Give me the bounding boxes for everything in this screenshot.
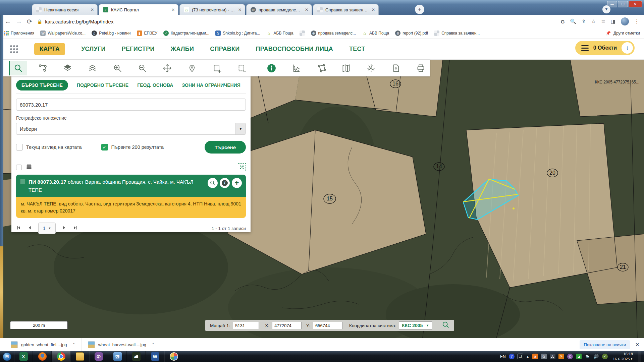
bookmark-item[interactable]: ✓ Кадастрално-адми... xyxy=(163,31,209,36)
location-pin-icon[interactable] xyxy=(183,61,201,75)
layers-stack-icon[interactable] xyxy=(84,61,102,75)
search-button[interactable]: Търсене xyxy=(205,141,246,154)
share-icon[interactable]: ⇪ xyxy=(582,18,586,24)
window-maximize-button[interactable]: ❐ xyxy=(618,1,628,7)
bookmark-item[interactable]: ⌂ АБВ Поща xyxy=(266,31,293,36)
bookmark-item[interactable]: S Shkolo.bg : Дигита... xyxy=(215,31,260,36)
bookmark-item[interactable]: ⊕ report (92).pdf xyxy=(395,31,428,36)
nav-spravki[interactable]: СПРАВКИ xyxy=(210,46,239,53)
viber-tray-icon[interactable]: ✆ xyxy=(567,354,573,359)
language-indicator[interactable]: EN xyxy=(500,354,506,359)
result-info-icon[interactable]: i xyxy=(220,178,230,188)
help-icon[interactable]: ? xyxy=(509,354,515,359)
screens-icon[interactable]: ⧉ xyxy=(541,354,547,359)
satellite-dish-icon[interactable]: 📡 xyxy=(585,354,590,359)
export-page-icon[interactable] xyxy=(387,61,405,75)
coordinates-search-icon[interactable] xyxy=(442,321,449,330)
taskbar-clock[interactable]: 16:18 16.6.2025 г. xyxy=(613,352,633,361)
search-tool-icon[interactable] xyxy=(9,61,27,75)
zoom-in-icon[interactable] xyxy=(108,61,126,75)
nav-karta[interactable]: КАРТА xyxy=(34,43,65,55)
tab-close-icon[interactable]: ✕ xyxy=(238,7,241,12)
bookmark-star-icon[interactable]: ☆ xyxy=(591,18,596,24)
taskbar-chrome[interactable] xyxy=(52,351,70,362)
reload-button[interactable]: ⟳ xyxy=(27,18,32,25)
shield-icon[interactable]: ✔ xyxy=(602,354,608,359)
zoom-out-icon[interactable] xyxy=(133,61,151,75)
map-fold-icon[interactable] xyxy=(337,61,355,75)
window-close-button[interactable]: ✕ xyxy=(629,1,642,7)
tray-expand-chevron-icon[interactable]: ▲ xyxy=(526,355,529,358)
nav-test[interactable]: ТЕСТ xyxy=(349,46,365,53)
bookmark-item[interactable]: ▮ ЕПЗЕУ xyxy=(137,31,158,36)
download-item[interactable]: wheat_harvest-wall....jpg ⌃ xyxy=(82,338,161,351)
bookmark-apps[interactable]: Приложения xyxy=(4,31,34,36)
back-button[interactable]: ← xyxy=(5,18,11,25)
results-grid-icon[interactable] xyxy=(26,164,32,171)
volume-icon[interactable]: 🔊 xyxy=(593,354,599,359)
crs-select[interactable]: ККС 2005 ▼ xyxy=(399,321,432,329)
close-downloads-icon[interactable]: ✕ xyxy=(635,342,639,347)
show-desktop-button[interactable] xyxy=(638,351,641,362)
nav-registri[interactable]: РЕГИСТРИ xyxy=(122,46,155,53)
antivirus-icon[interactable]: a xyxy=(532,354,538,359)
tab-close-icon[interactable]: ✕ xyxy=(91,7,94,12)
x-coordinate-input[interactable] xyxy=(272,322,302,329)
pan-icon[interactable] xyxy=(158,61,176,75)
taskbar-city-app[interactable]: 🏙 xyxy=(127,351,146,362)
nav-uslugi[interactable]: УСЛУГИ xyxy=(81,46,106,53)
add-result-icon[interactable]: + xyxy=(232,178,242,188)
taskbar-explorer[interactable] xyxy=(70,351,89,362)
bookmark-item[interactable]: W WallpapersWide.co... xyxy=(40,31,86,36)
bookmark-item[interactable]: ⌂ АБВ Поща xyxy=(362,31,389,36)
scale-input[interactable] xyxy=(233,322,259,329)
prev-page-icon[interactable] xyxy=(27,225,32,232)
parcel-search-input[interactable] xyxy=(16,99,246,111)
intersect-lines-icon[interactable] xyxy=(362,61,380,75)
url-text[interactable]: kais.cadastre.bg/bg/Map/Index xyxy=(45,19,113,24)
app-grid-icon[interactable] xyxy=(10,45,18,53)
result-header[interactable]: ПИ 80073.20.17 област Варна, община Пров… xyxy=(16,175,246,197)
tab-close-icon[interactable]: ✕ xyxy=(372,7,375,12)
geo-location-select[interactable]: Избери ▼ xyxy=(16,123,246,135)
reading-list-icon[interactable]: ≣ xyxy=(601,18,605,24)
page-select[interactable]: 1 ▼ xyxy=(38,223,56,234)
select-rectangle-add-icon[interactable] xyxy=(208,61,226,75)
last-page-icon[interactable] xyxy=(73,225,78,232)
tab-inactive-session[interactable]: Неактивна сесия ✕ xyxy=(32,4,98,15)
forward-button[interactable]: → xyxy=(16,18,22,25)
checkbox-first-200[interactable]: ✓ xyxy=(101,144,108,150)
nav-pravosposobni[interactable]: ПРАВОСПОСОБНИ ЛИЦА xyxy=(256,46,333,53)
update-icon[interactable]: ⟳ xyxy=(558,354,564,359)
zoom-to-result-icon[interactable] xyxy=(208,178,218,188)
result-checkbox[interactable] xyxy=(20,179,25,184)
window-restore-icon[interactable]: ❐ xyxy=(518,354,523,359)
tab-geodetic-basis[interactable]: ГЕОД. ОСНОВА xyxy=(137,82,173,88)
start-button[interactable]: ⊞ xyxy=(0,351,14,362)
taskbar-firefox[interactable] xyxy=(33,351,52,362)
download-objects-button[interactable]: ↓ xyxy=(622,42,633,54)
taskbar-paint[interactable] xyxy=(164,351,183,362)
tab-spravka[interactable]: Справка за заявени Кадастралн ✕ xyxy=(313,4,379,15)
route-network-icon[interactable] xyxy=(34,61,52,75)
tab-close-icon[interactable]: ✕ xyxy=(171,7,175,12)
tab-prodava-zemia[interactable]: ⊕ продава земеделска земя ✕ xyxy=(246,4,312,15)
taskbar-viber[interactable]: ✆ xyxy=(89,351,108,362)
tab-kais-portal[interactable]: ✓ КАИС Портал ✕ xyxy=(99,4,178,15)
tab-restriction-zones[interactable]: ЗОНИ НА ОГРАНИЧЕНИЯ xyxy=(182,82,240,88)
taskbar-word[interactable]: W xyxy=(146,351,164,362)
taskbar-excel[interactable]: X xyxy=(14,351,33,362)
y-coordinate-input[interactable] xyxy=(313,322,342,329)
tab-close-icon[interactable]: ✕ xyxy=(305,7,308,12)
objects-pill[interactable]: 0 Обекти ↓ xyxy=(575,41,635,55)
side-panel-icon[interactable]: ◨ xyxy=(611,18,615,24)
taskbar-remote-pc[interactable]: 🖳 xyxy=(108,351,127,362)
next-page-icon[interactable] xyxy=(62,225,67,232)
checkbox-current-view[interactable] xyxy=(16,144,23,150)
tab-abv-mail[interactable]: ⌂ (73 непрочетени) - АБВ поща ✕ xyxy=(179,4,245,15)
info-tool-icon[interactable] xyxy=(262,61,280,75)
tab-detailed-search[interactable]: ПОДРОБНО ТЪРСЕНЕ xyxy=(77,82,128,88)
chevron-up-icon[interactable]: ⌃ xyxy=(72,343,75,347)
measure-area-icon[interactable] xyxy=(312,61,330,75)
bookmark-item[interactable]: ⊕ продава земеделс... xyxy=(311,31,356,36)
